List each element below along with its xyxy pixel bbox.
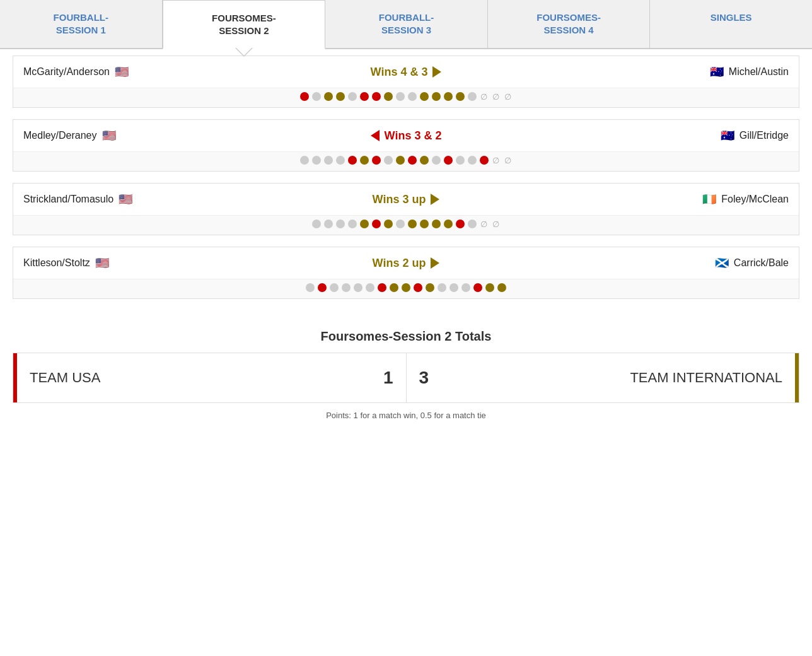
- arrow-right-icon-3: [431, 194, 439, 205]
- flag-right-2: 🇦🇺: [721, 130, 734, 141]
- dot-gray-4-5: [366, 283, 374, 292]
- session-tabs: FOURBALL-SESSION 1FOURSOMES-SESSION 2FOU…: [0, 0, 812, 49]
- player-right-name-4: Carrick/Bale: [734, 257, 789, 269]
- usa-score: 1: [383, 368, 393, 388]
- dot-gray-1-14: [468, 92, 477, 101]
- tab-tab1[interactable]: FOURBALL-SESSION 1: [0, 0, 163, 48]
- totals-title: Foursomes-Session 2 Totals: [13, 329, 799, 344]
- dot-gold-1-2: [324, 92, 333, 101]
- arrow-right-icon-4: [431, 257, 439, 269]
- dot-empty-1-17: ∅: [504, 92, 513, 101]
- match-row-1: McGarity/Anderson🇺🇸Wins 4 & 3🇦🇺Michel/Au…: [13, 56, 799, 88]
- dot-red-4-6: [378, 283, 386, 292]
- result-text-1: Wins 4 & 3: [371, 66, 428, 79]
- tab-tab4[interactable]: FOURSOMES-SESSION 4: [488, 0, 651, 48]
- result-text-3: Wins 3 up: [373, 193, 426, 206]
- dot-gray-2-13: [456, 156, 465, 165]
- dot-red-1-5: [360, 92, 369, 101]
- totals-usa: TEAM USA 1: [13, 353, 407, 402]
- match-block-3: Strickland/Tomasulo🇺🇸Wins 3 up🇮🇪Foley/Mc…: [13, 183, 799, 235]
- dot-gray-2-1: [312, 156, 321, 165]
- dot-gold-1-3: [336, 92, 345, 101]
- player-right-name-2: Gill/Etridge: [740, 130, 789, 141]
- dot-gold-1-12: [444, 92, 453, 101]
- dot-gray-3-3: [348, 220, 357, 228]
- player-left-name-3: Strickland/Tomasulo: [23, 194, 113, 205]
- dot-red-2-4: [348, 156, 357, 165]
- dot-gray-3-1: [324, 220, 333, 228]
- match-result-2: Wins 3 & 2: [187, 129, 625, 143]
- dot-gray-4-11: [438, 283, 446, 292]
- dot-empty-2-16: ∅: [492, 156, 501, 165]
- dot-gray-1-4: [348, 92, 357, 101]
- dots-row-1: ∅∅∅: [13, 88, 799, 107]
- dot-gold-3-9: [420, 220, 429, 228]
- usa-team-name: TEAM USA: [30, 370, 100, 386]
- dot-red-4-9: [414, 283, 422, 292]
- player-left-4: Kittleson/Stoltz🇺🇸: [23, 257, 187, 269]
- dot-gold-1-11: [432, 92, 441, 101]
- match-result-1: Wins 4 & 3: [187, 66, 625, 79]
- dot-gold-3-10: [432, 220, 441, 228]
- dot-gray-4-4: [354, 283, 362, 292]
- match-row-4: Kittleson/Stoltz🇺🇸Wins 2 up🏴󠁧󠁢󠁳󠁣󠁴󠁿Carric…: [13, 247, 799, 279]
- player-right-name-1: Michel/Austin: [729, 66, 789, 78]
- dot-gold-2-8: [396, 156, 405, 165]
- dot-gray-2-14: [468, 156, 477, 165]
- player-left-name-4: Kittleson/Stoltz: [23, 257, 90, 269]
- dot-red-2-6: [372, 156, 381, 165]
- match-row-2: Medley/Deraney🇺🇸Wins 3 & 2🇦🇺Gill/Etridge: [13, 120, 799, 151]
- dot-red-2-12: [444, 156, 453, 165]
- totals-intl: 3 TEAM INTERNATIONAL: [407, 353, 799, 402]
- dot-gold-4-15: [485, 283, 494, 292]
- player-left-3: Strickland/Tomasulo🇺🇸: [23, 194, 187, 205]
- result-text-2: Wins 3 & 2: [385, 129, 442, 143]
- dot-gray-3-0: [312, 220, 321, 228]
- dot-empty-3-14: ∅: [480, 220, 489, 228]
- dot-red-1-6: [372, 92, 381, 101]
- dot-gray-4-3: [342, 283, 351, 292]
- player-right-name-3: Foley/McClean: [721, 194, 789, 205]
- flag-right-3: 🇮🇪: [702, 194, 716, 205]
- dot-red-2-15: [480, 156, 489, 165]
- dot-red-4-14: [473, 283, 482, 292]
- points-note: Points: 1 for a match win, 0.5 for a mat…: [13, 411, 799, 420]
- player-left-name-1: McGarity/Anderson: [23, 66, 110, 78]
- dot-red-1-0: [300, 92, 309, 101]
- flag-left-1: 🇺🇸: [115, 66, 129, 78]
- dot-gray-3-13: [468, 220, 477, 228]
- dots-row-2: ∅∅: [13, 151, 799, 171]
- player-right-2: 🇦🇺Gill/Etridge: [625, 130, 789, 141]
- dot-gold-4-7: [390, 283, 398, 292]
- player-right-3: 🇮🇪Foley/McClean: [625, 194, 789, 205]
- dot-gold-4-8: [402, 283, 410, 292]
- dot-gray-2-0: [300, 156, 309, 165]
- match-block-1: McGarity/Anderson🇺🇸Wins 4 & 3🇦🇺Michel/Au…: [13, 56, 799, 108]
- dot-red-3-5: [372, 220, 381, 228]
- dots-row-3: ∅∅: [13, 215, 799, 235]
- tab-tab5[interactable]: SINGLES: [650, 0, 812, 48]
- dot-gray-4-13: [461, 283, 470, 292]
- dot-gray-4-0: [306, 283, 315, 292]
- flag-right-1: 🇦🇺: [710, 66, 724, 78]
- intl-score: 3: [419, 368, 429, 388]
- dot-gray-2-11: [432, 156, 441, 165]
- dot-gray-2-3: [336, 156, 345, 165]
- match-result-3: Wins 3 up: [187, 193, 625, 206]
- player-left-2: Medley/Deraney🇺🇸: [23, 130, 187, 141]
- tab-tab3[interactable]: FOURBALL-SESSION 3: [325, 0, 488, 48]
- player-right-4: 🏴󠁧󠁢󠁳󠁣󠁴󠁿Carrick/Bale: [625, 257, 789, 269]
- dot-gold-3-6: [384, 220, 393, 228]
- intl-team-name: TEAM INTERNATIONAL: [630, 370, 782, 386]
- match-block-2: Medley/Deraney🇺🇸Wins 3 & 2🇦🇺Gill/Etridge…: [13, 119, 799, 172]
- tab-tab2[interactable]: FOURSOMES-SESSION 2: [163, 0, 326, 49]
- dot-gray-3-2: [336, 220, 345, 228]
- player-right-1: 🇦🇺Michel/Austin: [625, 66, 789, 78]
- dot-empty-3-15: ∅: [492, 220, 501, 228]
- player-left-1: McGarity/Anderson🇺🇸: [23, 66, 187, 78]
- dot-gray-1-1: [312, 92, 321, 101]
- totals-section: Foursomes-Session 2 Totals TEAM USA 1 3 …: [0, 323, 812, 426]
- dot-gray-1-8: [396, 92, 405, 101]
- dot-gold-2-5: [360, 156, 369, 165]
- dot-empty-1-15: ∅: [480, 92, 489, 101]
